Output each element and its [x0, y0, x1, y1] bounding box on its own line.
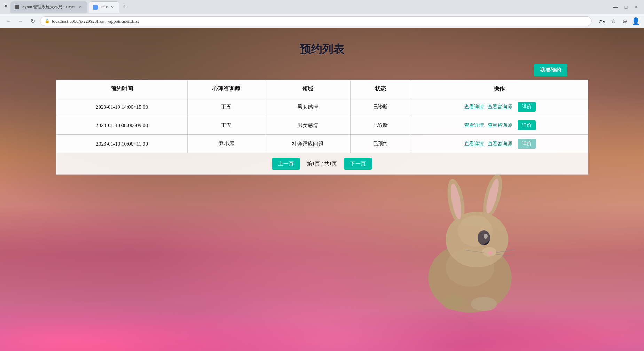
col-header-actions: 操作: [411, 80, 588, 98]
col-header-status: 状态: [350, 80, 411, 98]
col-header-time: 预约时间: [56, 80, 188, 98]
appointment-table-container: 预约时间 心理咨询师 领域 状态 操作 2023-01-19 14:00~15:…: [56, 80, 588, 175]
svg-point-17: [458, 215, 493, 247]
favorites-bar-button[interactable]: ☆: [608, 16, 618, 26]
flowers-layer: [0, 247, 644, 351]
tab-item-2[interactable]: Title ✕: [89, 1, 119, 13]
table-row: 2023-01-10 10:00~11:00 尹小屋 社会适应问题 已预约 查看…: [56, 135, 588, 153]
page-info: 第1页 / 共1页: [307, 161, 337, 167]
cell-actions-1: 查看详情 查看咨询师 详价: [411, 98, 588, 116]
tab-label-1: layout 管理系统大布局 - Layui: [22, 4, 76, 10]
tab-close-1[interactable]: ✕: [78, 4, 83, 10]
detail-price-btn-2[interactable]: 详价: [518, 120, 536, 130]
svg-text:Aʌ: Aʌ: [599, 19, 605, 24]
table-row: 2023-01-10 08:00~09:00 王五 男女感情 已诊断 查看详情 …: [56, 116, 588, 135]
main-content: 预约列表 我要预约 预约时间 心理咨询师 领域 状态 操作: [0, 28, 644, 175]
table-header-row: 预约时间 心理咨询师 领域 状态 操作: [56, 80, 588, 98]
url-text: localhost:8080/jx220923front_/appointmen…: [52, 18, 139, 24]
col-header-domain: 领域: [265, 80, 351, 98]
lock-icon: 🔒: [45, 18, 50, 24]
cell-status-1: 已诊断: [350, 98, 411, 116]
url-bar[interactable]: 🔒 localhost:8080/jx220923front_/appointm…: [40, 16, 592, 26]
add-tab-button[interactable]: +: [121, 3, 129, 11]
tab-label-2: Title: [100, 5, 108, 10]
cell-counselor-2: 王五: [188, 116, 265, 135]
svg-point-15: [471, 297, 497, 311]
maximize-button[interactable]: □: [621, 2, 631, 12]
window-controls: — □ ✕: [611, 2, 641, 12]
view-counselor-btn-3[interactable]: 查看咨询师: [486, 140, 513, 148]
view-detail-btn-1[interactable]: 查看详情: [463, 103, 485, 111]
cell-time-3: 2023-01-10 10:00~11:00: [56, 135, 188, 153]
view-counselor-btn-1[interactable]: 查看咨询师: [486, 103, 513, 111]
cell-time-2: 2023-01-10 08:00~09:00: [56, 116, 188, 135]
status-badge-1: 已诊断: [370, 103, 391, 111]
next-page-button[interactable]: 下一页: [344, 158, 372, 170]
view-detail-btn-2[interactable]: 查看详情: [463, 122, 485, 129]
view-counselor-btn-2[interactable]: 查看咨询师: [486, 122, 513, 129]
tab-favicon-1: [15, 5, 19, 9]
tab-grid-button[interactable]: ⠿: [3, 3, 9, 11]
collections-button[interactable]: ⊕: [620, 16, 629, 26]
page-content: 预约列表 我要预约 预约时间 心理咨询师 领域 状态 操作: [0, 28, 644, 351]
forward-button[interactable]: →: [16, 17, 26, 26]
cell-status-2: 已诊断: [350, 116, 411, 135]
status-badge-2: 已诊断: [370, 121, 391, 130]
back-button[interactable]: ←: [3, 17, 13, 26]
profile-button[interactable]: 👤: [631, 16, 641, 26]
prev-page-button[interactable]: 上一页: [272, 158, 300, 170]
tab-close-2[interactable]: ✕: [110, 5, 115, 10]
create-appointment-button[interactable]: 我要预约: [534, 64, 567, 76]
col-header-counselor: 心理咨询师: [188, 80, 265, 98]
tab-favicon-2: [93, 5, 98, 10]
svg-point-14: [442, 295, 466, 310]
cell-actions-2: 查看详情 查看咨询师 详价: [411, 116, 588, 135]
detail-price-btn-3[interactable]: 详价: [518, 139, 536, 149]
view-detail-btn-3[interactable]: 查看详情: [463, 140, 485, 148]
status-badge-3: 已预约: [370, 140, 391, 148]
cell-time-1: 2023-01-19 14:00~15:00: [56, 98, 188, 116]
address-bar: ← → ↻ 🔒 localhost:8080/jx220923front_/ap…: [0, 14, 644, 28]
top-action-bar: 我要预约: [0, 64, 644, 80]
pagination: 上一页 第1页 / 共1页 下一页: [56, 153, 588, 174]
page-title: 预约列表: [0, 35, 644, 64]
cell-domain-2: 男女感情: [265, 116, 351, 135]
cell-domain-3: 社会适应问题: [265, 135, 351, 153]
svg-point-10: [488, 251, 493, 255]
browser-actions: Aʌ ☆ ⊕ 👤: [597, 16, 641, 26]
tab-item-1[interactable]: layout 管理系统大布局 - Layui ✕: [10, 1, 87, 13]
cell-status-3: 已预约: [350, 135, 411, 153]
rabbit-illustration: [400, 166, 540, 323]
read-aloud-button[interactable]: Aʌ: [597, 16, 607, 26]
appointment-table: 预约时间 心理咨询师 领域 状态 操作 2023-01-19 14:00~15:…: [56, 80, 588, 153]
cell-domain-1: 男女感情: [265, 98, 351, 116]
cell-counselor-3: 尹小屋: [188, 135, 265, 153]
cell-actions-3: 查看详情 查看咨询师 详价: [411, 135, 588, 153]
detail-price-btn-1[interactable]: 详价: [518, 102, 536, 112]
browser-chrome: ⠿ layout 管理系统大布局 - Layui ✕ Title ✕ + — □…: [0, 0, 644, 28]
table-row: 2023-01-19 14:00~15:00 王五 男女感情 已诊断 查看详情 …: [56, 98, 588, 116]
tab-bar: ⠿ layout 管理系统大布局 - Layui ✕ Title ✕ + — □…: [0, 0, 644, 14]
cell-counselor-1: 王五: [188, 98, 265, 116]
refresh-button[interactable]: ↻: [29, 16, 37, 26]
minimize-button[interactable]: —: [611, 2, 620, 12]
svg-point-16: [446, 248, 494, 287]
close-button[interactable]: ✕: [631, 2, 641, 12]
